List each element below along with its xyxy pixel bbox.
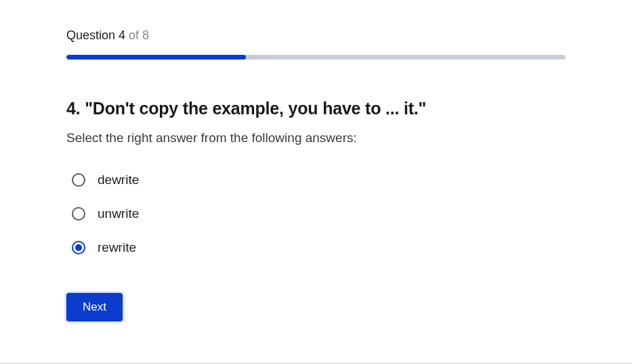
progress-fill bbox=[66, 55, 246, 60]
radio-icon bbox=[72, 207, 85, 221]
option-dewrite[interactable]: dewrite bbox=[72, 173, 566, 187]
progress-bar bbox=[66, 55, 566, 60]
question-counter-prefix: Question bbox=[66, 28, 119, 42]
next-button[interactable]: Next bbox=[66, 293, 123, 321]
question-counter: Question 4 of 8 bbox=[66, 28, 566, 43]
options-group: dewrite unwrite rewrite bbox=[66, 173, 566, 255]
option-label: rewrite bbox=[98, 240, 136, 255]
question-counter-current: 4 bbox=[119, 28, 125, 42]
question-title: 4. "Don't copy the example, you have to … bbox=[66, 99, 566, 118]
radio-icon bbox=[72, 173, 85, 187]
option-unwrite[interactable]: unwrite bbox=[72, 206, 566, 221]
question-counter-total: of 8 bbox=[125, 28, 149, 42]
option-label: dewrite bbox=[98, 173, 139, 187]
radio-icon bbox=[72, 241, 85, 254]
option-rewrite[interactable]: rewrite bbox=[72, 240, 566, 255]
option-label: unwrite bbox=[98, 206, 139, 221]
question-subtitle: Select the right answer from the followi… bbox=[66, 131, 566, 145]
